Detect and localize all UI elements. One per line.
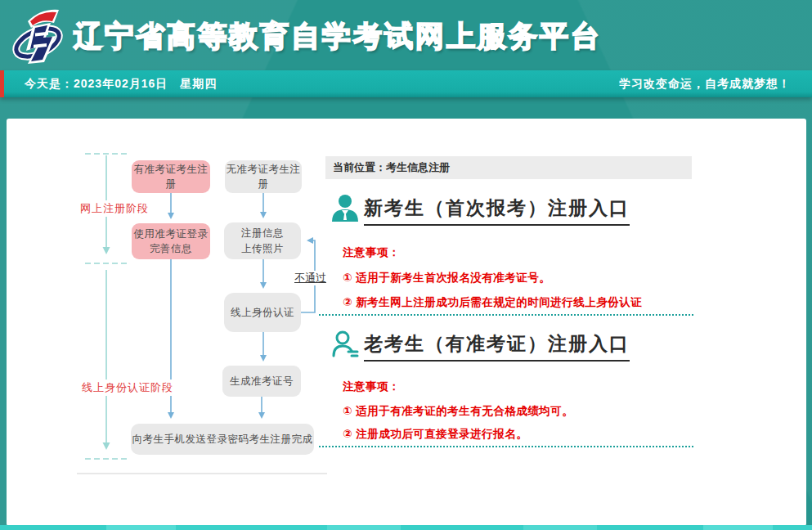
- new-student-icon: [330, 193, 360, 222]
- flow-box-online-identity-verify: 线上身份认证: [224, 293, 301, 332]
- flow-box-send-password-complete: 向考生手机发送登录密码考生注册完成: [131, 424, 314, 455]
- phase-label-identity-verification: 线上身份认证阶段: [80, 380, 175, 396]
- flow-box-has-ticket-register: 有准考证考生注 册: [132, 160, 210, 193]
- notes-title: 注意事项：: [343, 245, 400, 260]
- dotted-divider: [319, 446, 693, 447]
- page: 辽宁省高等教育自学考试网上服务平台 今天是：2023年02月16日 星期四 学习…: [0, 0, 812, 530]
- dotted-divider: [319, 314, 693, 316]
- bottom-teal-strip: [0, 525, 812, 530]
- notes-title: 注意事项：: [343, 380, 400, 394]
- current-date-text: 今天是：2023年02月16日 星期四: [25, 70, 217, 97]
- top-info-bar: 今天是：2023年02月16日 星期四 学习改变命运，自考成就梦想！: [0, 70, 812, 97]
- note-item: ② 注册成功后可直接登录进行报名。: [343, 427, 527, 442]
- flow-box-no-ticket-register: 无准考证考生注 册: [225, 160, 302, 193]
- site-title: 辽宁省高等教育自学考试网上服务平台: [74, 15, 602, 57]
- phase-label-online-registration: 网上注册阶段: [79, 200, 150, 217]
- main-content-panel: 有准考证考生注 册 无准考证考生注 册 使用准考证登录 完善信息 注册信息 上传…: [7, 119, 806, 526]
- old-student-icon: [330, 329, 360, 358]
- flow-box-register-upload-photo: 注册信息 上传照片: [224, 222, 301, 259]
- note-item: ① 适用于有准考证的考生有无合格成绩均可。: [343, 404, 573, 419]
- note-item: ② 新考生网上注册成功后需在规定的时间进行线上身份认证: [343, 295, 642, 310]
- red-accent-bar: [0, 70, 4, 97]
- flow-box-login-complete-info: 使用准考证登录 完善信息: [132, 223, 210, 259]
- flowchart-connectors: [7, 119, 806, 526]
- breadcrumb: 当前位置：考生信息注册: [325, 156, 692, 179]
- fail-label: 不通过: [294, 271, 327, 285]
- old-student-register-entry-link[interactable]: 老考生（有准考证）注册入口: [364, 331, 630, 362]
- app-header: 辽宁省高等教育自学考试网上服务平台: [0, 0, 812, 70]
- liaoning-selfexam-logo-icon: [8, 5, 69, 67]
- flow-box-generate-ticket-number: 生成准考证号: [222, 366, 301, 397]
- new-student-register-entry-link[interactable]: 新考生（首次报考）注册入口: [364, 195, 630, 226]
- note-item: ① 适用于新考生首次报名没有准考证号。: [343, 271, 550, 285]
- slogan-text: 学习改变命运，自考成就梦想！: [619, 70, 791, 97]
